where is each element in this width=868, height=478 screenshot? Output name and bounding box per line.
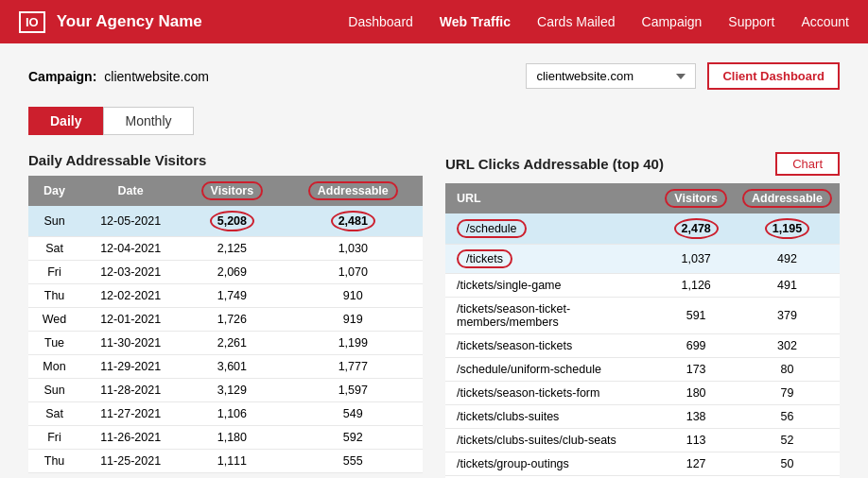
cell-date: 12-03-2021 bbox=[80, 261, 181, 284]
cell-date: 11-26-2021 bbox=[80, 426, 181, 450]
chart-button[interactable]: Chart bbox=[775, 152, 840, 176]
table-row: /tickets/clubs-suites/club-seats 113 52 bbox=[445, 429, 840, 452]
cell-date: 11-29-2021 bbox=[80, 355, 181, 379]
cell-visitors: 2,261 bbox=[181, 332, 283, 355]
table-row: Sun 11-28-2021 3,129 1,597 bbox=[28, 379, 423, 402]
tab-monthly[interactable]: Monthly bbox=[103, 107, 193, 135]
table-row: /schedule 2,478 1,195 bbox=[445, 213, 840, 245]
cell-url: /tickets/single-game bbox=[445, 274, 657, 298]
cell-visitors: 1,111 bbox=[181, 450, 283, 473]
cell-addressable: 592 bbox=[284, 426, 423, 450]
nav-account[interactable]: Account bbox=[801, 14, 849, 29]
cell-visitors: 1,126 bbox=[657, 274, 735, 298]
table-row: Sat 11-27-2021 1,106 549 bbox=[28, 402, 423, 426]
tab-daily[interactable]: Daily bbox=[28, 107, 103, 135]
nav-dashboard[interactable]: Dashboard bbox=[348, 14, 413, 29]
col-day: Day bbox=[28, 176, 80, 206]
cell-visitors: 3,129 bbox=[181, 379, 283, 402]
nav-campaign[interactable]: Campaign bbox=[642, 14, 703, 29]
col-date: Date bbox=[80, 176, 181, 206]
left-table-title: Daily Addressable Visitors bbox=[28, 152, 423, 168]
cell-visitors: 127 bbox=[657, 452, 735, 476]
daily-visitors-table: Day Date Visitors Addressable Sun 12-05-… bbox=[28, 176, 423, 473]
cell-date: 12-04-2021 bbox=[80, 237, 181, 261]
cell-addressable: 80 bbox=[735, 358, 840, 382]
content-columns: Daily Addressable Visitors Day Date Visi… bbox=[28, 152, 840, 478]
col-visitors: Visitors bbox=[181, 176, 283, 206]
cell-visitors: 5,208 bbox=[181, 206, 283, 237]
table-row: Thu 12-02-2021 1,749 910 bbox=[28, 284, 423, 308]
nav-web-traffic[interactable]: Web Traffic bbox=[440, 14, 511, 29]
cell-addressable: 1,030 bbox=[284, 237, 423, 261]
table-row: Thu 11-25-2021 1,111 555 bbox=[28, 450, 423, 473]
cell-addressable: 1,195 bbox=[735, 213, 840, 245]
col-url-addressable: Addressable bbox=[735, 183, 840, 213]
table-row: /tickets/clubs-suites 138 56 bbox=[445, 405, 840, 429]
cell-url: /tickets/season-ticket-members/members bbox=[445, 298, 657, 334]
nav-cards-mailed[interactable]: Cards Mailed bbox=[537, 14, 615, 29]
cell-addressable: 555 bbox=[284, 450, 423, 473]
cell-url: /tickets/group-outings bbox=[445, 452, 657, 476]
cell-day: Sun bbox=[28, 206, 80, 237]
cell-addressable: 491 bbox=[735, 274, 840, 298]
cell-date: 11-27-2021 bbox=[80, 402, 181, 426]
campaign-select[interactable]: clientwebsite.com bbox=[526, 63, 696, 89]
cell-visitors: 1,180 bbox=[181, 426, 283, 450]
cell-day: Fri bbox=[28, 261, 80, 284]
right-table-title: URL Clicks Addressable (top 40) bbox=[445, 156, 775, 172]
table-row: Wed 12-01-2021 1,726 919 bbox=[28, 308, 423, 332]
cell-visitors: 2,069 bbox=[181, 261, 283, 284]
cell-visitors: 138 bbox=[657, 405, 735, 429]
campaign-value: clientwebsite.com bbox=[104, 69, 209, 84]
cell-addressable: 379 bbox=[735, 298, 840, 334]
table-row: /tickets/season-ticket-members/members 5… bbox=[445, 298, 840, 334]
header: IO Your Agency Name Dashboard Web Traffi… bbox=[0, 0, 868, 43]
campaign-label: Campaign: bbox=[28, 69, 96, 84]
cell-addressable: 56 bbox=[735, 405, 840, 429]
cell-url: /tickets/clubs-suites bbox=[445, 405, 657, 429]
table-row: Mon 11-29-2021 3,601 1,777 bbox=[28, 355, 423, 379]
logo: IO bbox=[19, 11, 45, 33]
url-clicks-table: URL Visitors Addressable /schedule 2,478 bbox=[445, 183, 840, 478]
cell-day: Sun bbox=[28, 379, 80, 402]
cell-visitors: 2,478 bbox=[657, 213, 735, 245]
cell-addressable: 52 bbox=[735, 429, 840, 452]
table-row: /tickets/group-outings 127 50 bbox=[445, 452, 840, 476]
cell-day: Thu bbox=[28, 284, 80, 308]
cell-visitors: 1,106 bbox=[181, 402, 283, 426]
cell-visitors: 113 bbox=[657, 429, 735, 452]
nav-support[interactable]: Support bbox=[728, 14, 774, 29]
cell-visitors: 1,726 bbox=[181, 308, 283, 332]
cell-visitors: 173 bbox=[657, 358, 735, 382]
cell-day: Wed bbox=[28, 308, 80, 332]
cell-url: /schedule/uniform-schedule bbox=[445, 358, 657, 382]
cell-addressable: 919 bbox=[284, 308, 423, 332]
cell-date: 11-28-2021 bbox=[80, 379, 181, 402]
cell-date: 12-05-2021 bbox=[80, 206, 181, 237]
cell-addressable: 302 bbox=[735, 334, 840, 358]
cell-url: /schedule bbox=[445, 213, 657, 245]
cell-addressable: 1,597 bbox=[284, 379, 423, 402]
client-dashboard-button[interactable]: Client Dashboard bbox=[707, 62, 840, 90]
right-column: URL Clicks Addressable (top 40) Chart UR… bbox=[445, 152, 840, 478]
cell-day: Sat bbox=[28, 402, 80, 426]
cell-date: 11-30-2021 bbox=[80, 332, 181, 355]
cell-addressable: 1,199 bbox=[284, 332, 423, 355]
cell-day: Tue bbox=[28, 332, 80, 355]
cell-visitors: 2,125 bbox=[181, 237, 283, 261]
cell-url: /tickets/clubs-suites/club-seats bbox=[445, 429, 657, 452]
cell-date: 12-02-2021 bbox=[80, 284, 181, 308]
agency-name: Your Agency Name bbox=[57, 12, 349, 31]
cell-addressable: 50 bbox=[735, 452, 840, 476]
cell-visitors: 3,601 bbox=[181, 355, 283, 379]
table-row: /schedule/uniform-schedule 173 80 bbox=[445, 358, 840, 382]
table-row: /tickets/season-tickets-form 180 79 bbox=[445, 382, 840, 405]
cell-visitors: 180 bbox=[657, 382, 735, 405]
cell-date: 12-01-2021 bbox=[80, 308, 181, 332]
table-row: Sun 12-05-2021 5,208 2,481 bbox=[28, 206, 423, 237]
cell-visitors: 1,749 bbox=[181, 284, 283, 308]
cell-addressable: 1,070 bbox=[284, 261, 423, 284]
view-tabs: Daily Monthly bbox=[28, 107, 840, 135]
cell-addressable: 79 bbox=[735, 382, 840, 405]
cell-day: Thu bbox=[28, 450, 80, 473]
